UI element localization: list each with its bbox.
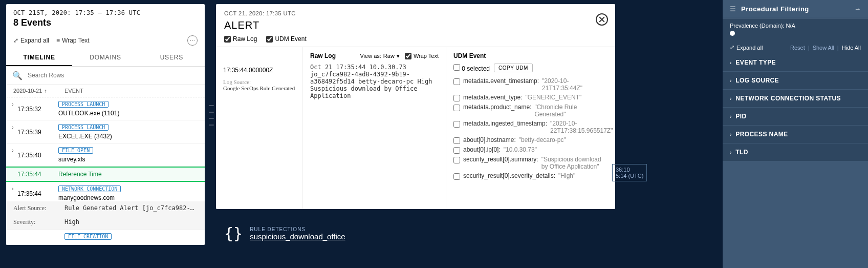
event-row[interactable]: ›17:35:32PROCESS_LAUNCHOUTLOOK.exe (1101… bbox=[6, 97, 205, 120]
hide-all-link[interactable]: Hide All bbox=[842, 45, 861, 51]
udm-field[interactable]: about[0].hostname: "betty-decaro-pc" bbox=[453, 136, 608, 144]
event-column: EVENT bbox=[64, 88, 198, 94]
expand-row-caret[interactable]: › bbox=[8, 100, 17, 107]
event-row[interactable]: ›17:35:39PROCESS_LAUNCHEXCEL.EXE (3432) bbox=[6, 120, 205, 143]
more-menu-button[interactable]: ⋯ bbox=[187, 35, 198, 46]
udm-field[interactable]: security_result[0].summary: "Suspicious … bbox=[453, 156, 608, 170]
close-icon bbox=[599, 16, 605, 23]
filter-section[interactable]: ›NETWORK CONNECTION STATUS bbox=[723, 90, 868, 108]
expand-row-caret[interactable]: › bbox=[8, 123, 17, 130]
event-row[interactable]: ›17:35:44NETWORK_CONNECTIONmanygoodnews.… bbox=[6, 182, 205, 201]
close-button[interactable] bbox=[596, 13, 608, 26]
search-input[interactable] bbox=[26, 70, 199, 81]
udm-field[interactable]: about[0].ip[0]: "10.0.30.73" bbox=[453, 146, 608, 154]
udm-select-all[interactable]: 0 selected bbox=[453, 64, 490, 72]
chevron-right-icon: › bbox=[730, 150, 731, 155]
filter-title: Procedural Filtering bbox=[741, 5, 809, 13]
filter-panel: ☰ Procedural Filtering → Prevalence (Dom… bbox=[723, 0, 868, 268]
alert-source-row: Alert Source: Rule Generated Alert [jo_c… bbox=[6, 201, 205, 215]
udm-event-toggle[interactable]: UDM Event bbox=[266, 35, 306, 43]
udm-field[interactable]: metadata.product_name: "Chronicle Rule G… bbox=[453, 104, 608, 118]
show-all-link[interactable]: Show All bbox=[813, 45, 834, 51]
tab-domains[interactable]: DOMAINS bbox=[72, 50, 138, 66]
chevron-right-icon: › bbox=[730, 60, 731, 66]
event-rows: ›17:35:32PROCESS_LAUNCHOUTLOOK.exe (1101… bbox=[6, 97, 205, 201]
filter-section[interactable]: ›TLD bbox=[723, 143, 868, 161]
event-count: 8 Events bbox=[13, 17, 198, 28]
udm-field[interactable]: metadata.ingested_timestamp: "2020-10-22… bbox=[453, 120, 608, 134]
alert-title: ALERT bbox=[224, 19, 607, 31]
timestamp-column: 17:35:44.000000Z Log Source: Google SecO… bbox=[216, 47, 303, 209]
event-row[interactable]: ›17:35:40FILE_OPENsurvey.xls bbox=[6, 143, 205, 167]
tab-timeline[interactable]: TIMELINE bbox=[6, 50, 72, 66]
filter-section[interactable]: ›PROCESS NAME bbox=[723, 126, 868, 143]
event-row[interactable]: 17:35:44Reference Time bbox=[6, 167, 205, 182]
raw-log-text: Oct 21 17:35:44 10.0.30.73 jo_c7fca982-4… bbox=[310, 64, 439, 99]
chevron-right-icon: › bbox=[730, 114, 731, 119]
wrap-text-toggle[interactable]: Wrap Text bbox=[405, 53, 439, 59]
expand-row-caret[interactable]: › bbox=[8, 185, 17, 192]
filter-icon: ☰ bbox=[730, 5, 736, 13]
expand-all-button[interactable]: ⤢Expand all bbox=[13, 37, 49, 44]
raw-log-toggle[interactable]: Raw Log bbox=[224, 35, 257, 43]
date-column[interactable]: 2020-10-21 bbox=[13, 88, 42, 94]
collapse-panel-button[interactable]: → bbox=[854, 5, 861, 13]
date-range: OCT 21ST, 2020: 17:35 – 17:36 UTC bbox=[13, 9, 198, 16]
events-panel: OCT 21ST, 2020: 17:35 – 17:36 UTC 8 Even… bbox=[6, 4, 205, 245]
copy-udm-button[interactable]: COPY UDM bbox=[494, 64, 533, 72]
timeline-marker: 36:10 5:14 (UTC) bbox=[612, 164, 647, 181]
raw-log-header: Raw Log bbox=[310, 52, 336, 59]
filter-section[interactable]: ›LOG SOURCE bbox=[723, 72, 868, 90]
udm-field[interactable]: metadata.event_type: "GENERIC_EVENT" bbox=[453, 94, 608, 101]
view-as-dropdown[interactable]: View as: Raw ▾ bbox=[360, 53, 399, 59]
chevron-right-icon: › bbox=[730, 132, 731, 137]
prevalence-slider-thumb[interactable] bbox=[730, 31, 735, 36]
udm-column: UDM Event 0 selected COPY UDM metadata.e… bbox=[446, 47, 615, 209]
chevron-right-icon: › bbox=[730, 78, 731, 84]
reset-link[interactable]: Reset bbox=[790, 45, 805, 51]
chevron-right-icon: › bbox=[730, 96, 731, 101]
rule-detection-link[interactable]: {} RULE DETECTIONS suspicious_download_o… bbox=[224, 224, 345, 242]
filter-section[interactable]: ›PID bbox=[723, 108, 868, 126]
wrap-text-button[interactable]: ≡Wrap Text bbox=[56, 37, 90, 44]
raw-log-column: Raw Log View as: Raw ▾ Wrap Text Oct 21 … bbox=[303, 47, 446, 209]
sort-asc-icon: ↑ bbox=[44, 88, 47, 94]
alert-timestamp: OCT 21, 2020: 17:35 UTC bbox=[224, 10, 607, 16]
alert-detail-panel: OCT 21, 2020: 17:35 UTC ALERT Raw Log UD… bbox=[216, 4, 615, 209]
filter-expand-all[interactable]: ⤢Expand all bbox=[730, 44, 763, 51]
braces-icon: {} bbox=[224, 224, 243, 242]
udm-field[interactable]: metadata.event_timestamp: "2020-10-21T17… bbox=[453, 77, 608, 92]
expand-row-caret[interactable]: › bbox=[8, 147, 17, 153]
severity-row: Severity: High bbox=[6, 215, 205, 229]
search-icon: 🔍 bbox=[12, 71, 23, 80]
prevalence-label: Prevalence (Domain): N/A bbox=[730, 23, 861, 29]
filter-section[interactable]: ›EVENT TYPE bbox=[723, 54, 868, 72]
tab-users[interactable]: USERS bbox=[139, 50, 205, 66]
udm-header: UDM Event bbox=[453, 52, 486, 59]
resize-handle[interactable] bbox=[209, 102, 214, 128]
udm-field[interactable]: security_result[0].severity_details: "Hi… bbox=[453, 172, 608, 180]
trailing-tag-row: FILE_CREATION bbox=[6, 229, 205, 245]
caret-down-icon: ▾ bbox=[397, 53, 400, 59]
